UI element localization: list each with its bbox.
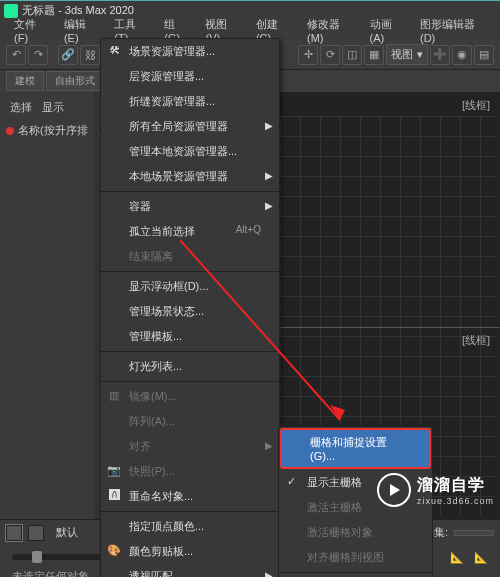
menu-item[interactable]: 灯光列表... [101,354,279,379]
status-text: 未选定任何对象 [12,570,89,577]
menu-item: 快照(P)...📷 [101,459,279,484]
menu-animation[interactable]: 动画(A) [364,15,410,46]
move-icon[interactable]: ✢ [298,45,318,65]
menu-edit[interactable]: 编辑(E) [58,15,104,46]
annotation-highlight: 栅格和捕捉设置(G)... [280,428,431,469]
menu-item[interactable]: 指定顶点颜色... [101,514,279,539]
menu-file[interactable]: 文件(F) [8,15,54,46]
axis-s-icon[interactable]: ▤ [474,45,494,65]
menu-grapheditors[interactable]: 图形编辑器(D) [414,15,492,46]
menu-item[interactable]: 管理本地资源管理器... [101,139,279,164]
tab-modeling[interactable]: 建模 [6,71,44,91]
scale-icon[interactable]: ◫ [342,45,362,65]
panel-tab-display[interactable]: 显示 [42,100,64,115]
view-combo[interactable]: 视图 ▾ [386,44,428,65]
viewport-label-bot-right[interactable]: [线框] [462,333,490,348]
menu-item: 对齐▶ [101,434,279,459]
coord-icon-a[interactable]: 📐 [450,551,464,564]
time-slider-thumb[interactable] [32,551,42,563]
viewport-layout-1[interactable] [6,525,22,541]
menu-modifiers[interactable]: 修改器(M) [301,15,360,46]
redo-icon[interactable]: ↷ [28,45,48,65]
menu-item: 阵列(A)... [101,409,279,434]
tools-menu-dropdown: 场景资源管理器...🛠层资源管理器...折缝资源管理器...所有全局资源管理器▶… [100,38,280,577]
menu-item: 镜像(M)...▥ [101,384,279,409]
tab-freeform[interactable]: 自由形式 [46,71,104,91]
menu-item[interactable]: 场景资源管理器...🛠 [101,39,279,64]
menu-item[interactable]: 所有全局资源管理器▶ [101,114,279,139]
selection-set-combo[interactable] [454,530,494,536]
menu-item[interactable]: 层资源管理器... [101,64,279,89]
undo-icon[interactable]: ↶ [6,45,26,65]
menu-bar: 文件(F) 编辑(E) 工具(T) 组(G) 视图(V) 创建(C) 修改器(M… [0,20,500,40]
scene-explorer-panel: 选择 显示 名称(按升序排 [0,92,94,519]
watermark-play-icon [377,473,411,507]
submenu-item: 对齐栅格到视图 [279,545,432,570]
menu-item[interactable]: 透视匹配▶ [101,564,279,577]
viewport-layout-2[interactable] [28,525,44,541]
watermark-text: 溜溜自学 [417,475,494,496]
axis-x-icon[interactable]: ➕ [430,45,450,65]
placement-icon[interactable]: ▦ [364,45,384,65]
name-header[interactable]: 名称(按升序排 [18,123,88,138]
rotate-icon[interactable]: ⟳ [320,45,340,65]
menu-item[interactable]: 折缝资源管理器... [101,89,279,114]
unlink-icon[interactable]: ⛓ [80,45,100,65]
menu-item[interactable]: 管理场景状态... [101,299,279,324]
sort-dot-icon [6,127,14,135]
coord-icon-b[interactable]: 📐 [474,551,488,564]
menu-item[interactable]: 重命名对象...🅰 [101,484,279,509]
watermark: 溜溜自学 zixue.3d66.com [377,473,494,507]
menu-item[interactable]: 孤立当前选择Alt+Q [101,219,279,244]
watermark-url: zixue.3d66.com [417,496,494,506]
menu-item[interactable]: 颜色剪贴板...🎨 [101,539,279,564]
menu-item[interactable]: 管理模板... [101,324,279,349]
axis-c-icon[interactable]: ◉ [452,45,472,65]
menu-item: 结束隔离 [101,244,279,269]
workspace-label[interactable]: 默认 [56,525,78,540]
menu-item[interactable]: 容器▶ [101,194,279,219]
link-icon[interactable]: 🔗 [58,45,78,65]
panel-tab-select[interactable]: 选择 [10,100,32,115]
submenu-grid-snap-settings[interactable]: 栅格和捕捉设置(G)... [282,430,429,467]
menu-item[interactable]: 本地场景资源管理器▶ [101,164,279,189]
viewport-label-top-right[interactable]: [线框] [462,98,490,113]
submenu-item: 激活栅格对象 [279,520,432,545]
menu-item[interactable]: 显示浮动框(D)... [101,274,279,299]
